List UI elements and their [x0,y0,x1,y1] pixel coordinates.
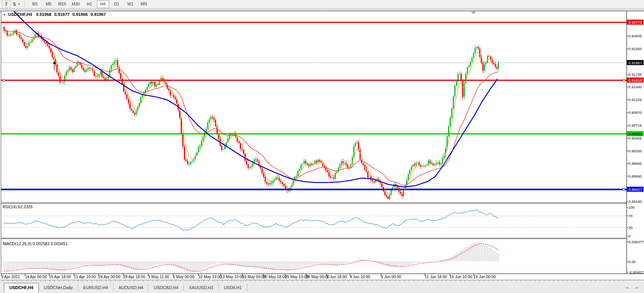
tab-eurusd-h4[interactable]: EURUSD,H4 [78,284,113,291]
arrows-icon: ⇅ [12,2,16,7]
tab-usoil-h1[interactable]: USOil,H1 [219,284,247,291]
text-tool-button[interactable]: T [2,0,10,8]
date-axis-label: 3 May 11:00 [148,275,169,279]
chart-canvas[interactable] [0,0,644,293]
chart-horizontal-scrollbar[interactable] [0,9,644,11]
chart-tabs: USDCHF,H4USDCNH,DailyEURUSD,H4AUDUSD,H4U… [4,282,247,292]
collapse-triangle-icon[interactable]: ▼ [3,13,6,16]
price-axis-label: 0.90970 [628,110,642,114]
timeframe-button-h4[interactable]: H4 [97,0,109,8]
quote-high: 0.91977 [54,12,70,17]
price-axis-label: 0.90715 [628,123,642,127]
macd-axis-label: 0.00 [628,259,636,263]
price-badge: 0.91618 [627,77,644,82]
macd-axis-label: 0.006477 [628,240,644,244]
date-axis-label: 21 Apr 10:00 [74,275,96,279]
price-axis-label: 0.91735 [628,72,642,76]
mt4-window: T ⇅ ▼ M1M5M15M30H1H4D1W1MN ▼ USDCHF,H4 0… [0,0,644,293]
date-axis-label: 9 Jun 00:00 [381,275,401,279]
date-axis-label: 4 Jun 10:00 [350,275,370,279]
price-axis-label: 0.91225 [628,98,642,102]
timeframe-button-w1[interactable]: W1 [124,0,136,8]
timeframe-button-m5[interactable]: M5 [42,0,55,8]
date-axis-label: 16 Apr 18:00 [49,275,71,279]
date-axis-label: 10 May 19:00 [198,275,222,279]
date-axis-label: 24 Apr 00:00 [98,275,120,279]
price-axis-label: 0.89690 [628,174,642,178]
macd-axis-label: -0.004073 [628,270,644,274]
date-axis-label: 9 Apr 2021 [1,275,20,279]
price-badge: 0.91967 [627,60,644,65]
tab-usdcnh-daily[interactable]: USDCNH,Daily [39,284,79,291]
price-axis-label: 0.91480 [628,85,642,89]
tab-scroll-arrows: ◄ ► [625,286,639,290]
tab-scroll-left-icon[interactable]: ◄ [625,286,628,290]
chart-tabbar: USDCHF,H4USDCNH,DailyEURUSD,H4AUDUSD,H4U… [0,282,644,293]
timeframe-button-m1[interactable]: M1 [29,0,41,8]
date-axis-label: 28 May 00:00 [306,275,330,279]
macd-label: MACD(12,26,9) 0.002583 0.003451 [3,241,68,246]
chevron-down-icon: ▼ [17,3,20,5]
text-tool-icon: T [5,1,7,7]
rsi-axis-label: 100 [628,205,635,209]
timeframe-button-h1[interactable]: H1 [83,0,96,8]
price-axis-label: 0.89945 [628,161,642,166]
date-axis-label: 6 May 00:00 [173,275,194,279]
toolbar: T ⇅ ▼ M1M5M15M30H1H4D1W1MN [0,0,644,9]
timeframe-group: M1M5M15M30H1H4D1W1MN [29,0,151,8]
rsi-axis-label: 70 [628,214,633,218]
tab-xauusd-h1[interactable]: XAUUSD,H1 [184,284,219,291]
chart-title: ▼ USDCHF,H4 0.91968 0.91977 0.91966 0.91… [3,12,109,17]
date-axis-label: 20 May 18:00 [263,275,287,279]
tab-usdchf-h4[interactable]: USDCHF,H4 [4,283,39,292]
date-axis-label: 19 Jun 00:00 [473,275,496,279]
quote-open: 0.91968 [36,12,52,17]
date-axis-label: 14 Apr 00:00 [25,275,47,279]
price-axis-label: 0.92250 [628,46,642,51]
price-axis-label: 0.92505 [628,33,642,38]
toolbar-grip[interactable] [24,1,26,7]
symbol-label: USDCHF,H4 [8,12,32,17]
timeframe-button-m15[interactable]: M15 [56,0,68,8]
quote-close: 0.91967 [91,12,106,17]
date-axis-label: 13 May 10:00 [220,275,244,279]
date-axis-label: 18 May 00:00 [242,275,266,279]
cursor-mode-button[interactable]: ⇅ ▼ [11,1,21,8]
timeframe-button-m30[interactable]: M30 [70,0,82,8]
price-badge: 0.89427 [627,187,644,192]
tab-scroll-right-icon[interactable]: ► [635,286,639,290]
date-axis-label: 1 Jun 18:00 [326,275,347,279]
timeframe-button-d1[interactable]: D1 [110,0,123,8]
tab-usdcad-h4[interactable]: USDCAD,H4 [148,284,184,291]
price-badge: 0.90539 [627,131,644,136]
quote-low: 0.91966 [72,12,88,17]
price-badge: 0.92775 [627,20,644,25]
tab-audusd-h4[interactable]: AUDUSD,H4 [113,284,149,291]
timeframe-button-mn[interactable]: MN [138,0,150,8]
price-axis-label: 0.89180 [628,199,642,204]
rsi-label: RSI(14) 62.2326 [3,204,33,209]
date-axis-label: 16 Jun 10:00 [450,275,472,279]
price-axis-label: 0.90455 [628,136,642,140]
rsi-axis-label: 0 [628,234,630,238]
date-axis-label: 11 Jun 18:00 [425,275,447,279]
date-axis-label: 25 May 10:00 [285,275,309,279]
date-axis-label: 28 Apr 18:00 [123,275,145,279]
rsi-axis-label: 30 [628,225,633,229]
price-axis-label: 0.90200 [628,148,642,153]
